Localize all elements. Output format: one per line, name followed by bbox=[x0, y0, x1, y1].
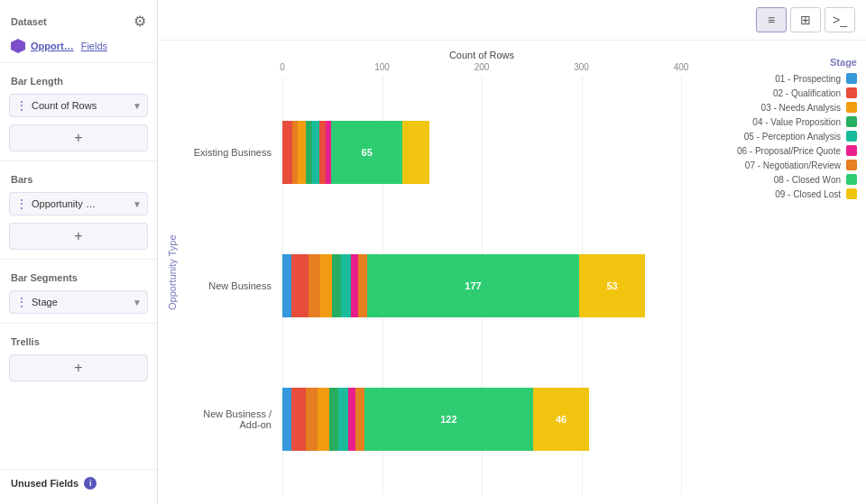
legend-panel: Stage 01 - Prospecting02 - Qualification… bbox=[690, 50, 866, 495]
bars-field-label: Opportunity … bbox=[32, 198, 129, 209]
legend-item-7: 08 - Closed Won bbox=[699, 174, 857, 185]
legend-swatch-6 bbox=[846, 160, 857, 170]
add-bars-button[interactable]: + bbox=[9, 223, 148, 250]
legend-label-2: 03 - Needs Analysis bbox=[761, 103, 841, 113]
legend-label-6: 07 - Negotiation/Review bbox=[745, 160, 841, 170]
legend-item-8: 09 - Closed Lost bbox=[699, 188, 857, 199]
divider-3 bbox=[0, 259, 157, 260]
bar-row-0: Existing Business65 bbox=[183, 110, 681, 196]
bars-section: Count of Rows 0100200300400 Existing Bus… bbox=[183, 50, 690, 495]
legend-swatch-1 bbox=[846, 87, 857, 98]
bar-segment-0-4 bbox=[312, 121, 320, 184]
x-tick-0: 0 bbox=[280, 62, 285, 72]
legend-label-8: 09 - Closed Lost bbox=[775, 189, 841, 199]
bar-segment-2-2 bbox=[306, 388, 318, 451]
list-icon: ≡ bbox=[768, 13, 775, 27]
legend-item-2: 03 - Needs Analysis bbox=[699, 102, 857, 113]
legend-label-4: 05 - Perception Analysis bbox=[744, 132, 841, 142]
bar-segment-0-2 bbox=[298, 121, 306, 184]
sidebar: Dataset ⚙ Opport… Fields Bar Length ⋮ Co… bbox=[0, 0, 158, 504]
chevron-down-icon-bars: ▼ bbox=[133, 199, 142, 209]
legend-item-1: 02 - Qualification bbox=[699, 87, 857, 98]
legend-swatch-7 bbox=[846, 174, 857, 185]
bar-segment-label-2-8: 122 bbox=[440, 414, 456, 425]
list-view-button[interactable]: ≡ bbox=[756, 7, 787, 32]
legend-label-1: 02 - Qualification bbox=[773, 88, 841, 98]
bar-length-pill[interactable]: ⋮ Count of Rows ▼ bbox=[9, 94, 148, 117]
bar-segment-1-1 bbox=[291, 254, 308, 317]
legend-label-7: 08 - Closed Won bbox=[774, 175, 841, 185]
stacked-bar-1: 17753 bbox=[282, 254, 645, 317]
legend-swatch-2 bbox=[846, 102, 857, 113]
divider-4 bbox=[0, 323, 157, 324]
bar-segment-label-0-7: 65 bbox=[362, 147, 373, 158]
legend-item-4: 05 - Perception Analysis bbox=[699, 131, 857, 142]
bars-container: Existing Business65New Business17753New … bbox=[183, 77, 690, 495]
x-axis-title: Count of Rows bbox=[282, 50, 681, 60]
info-icon[interactable]: i bbox=[84, 477, 97, 490]
bar-segment-2-8: 122 bbox=[364, 388, 533, 451]
bar-length-field-label: Count of Rows bbox=[32, 100, 129, 111]
stacked-bar-2: 12246 bbox=[282, 388, 589, 451]
dots-icon-bar-length: ⋮ bbox=[15, 98, 28, 113]
x-tick-400: 400 bbox=[674, 62, 689, 72]
chart-area: Opportunity Type Count of Rows 010020030… bbox=[158, 41, 866, 504]
legend-title: Stage bbox=[699, 57, 857, 68]
legend-swatch-5 bbox=[846, 145, 857, 156]
bar-segment-2-6 bbox=[348, 388, 355, 451]
bar-segment-1-9: 53 bbox=[579, 254, 645, 317]
bar-segment-2-1 bbox=[291, 388, 306, 451]
legend-item-5: 06 - Proposal/Price Quote bbox=[699, 145, 857, 156]
bar-track-1: 17753 bbox=[282, 254, 681, 317]
y-axis-label: Opportunity Type bbox=[161, 50, 183, 495]
x-axis-ticks: 0100200300400 bbox=[282, 62, 681, 77]
chevron-down-icon-segments: ▼ bbox=[133, 298, 142, 307]
code-icon: >_ bbox=[833, 13, 847, 27]
bar-segment-1-0 bbox=[282, 254, 291, 317]
dataset-name[interactable]: Opport… bbox=[31, 41, 74, 51]
add-trellis-button[interactable]: + bbox=[9, 354, 148, 381]
bar-segment-1-6 bbox=[351, 254, 358, 317]
bar-segment-2-0 bbox=[282, 388, 291, 451]
dataset-fields-link[interactable]: Fields bbox=[81, 41, 107, 51]
x-tick-200: 200 bbox=[474, 62, 490, 72]
bar-segment-1-7 bbox=[358, 254, 367, 317]
bar-segment-2-4 bbox=[329, 388, 338, 451]
grid-view-button[interactable]: ⊞ bbox=[790, 7, 821, 32]
divider-1 bbox=[0, 62, 157, 63]
bar-segment-label-1-8: 177 bbox=[465, 280, 481, 291]
bar-segments-field-label: Stage bbox=[32, 297, 129, 307]
bars-pill[interactable]: ⋮ Opportunity … ▼ bbox=[9, 192, 148, 215]
bar-segment-0-0 bbox=[282, 121, 292, 184]
code-view-button[interactable]: >_ bbox=[825, 7, 855, 32]
add-bar-length-button[interactable]: + bbox=[9, 124, 148, 151]
bar-segments-pill[interactable]: ⋮ Stage ▼ bbox=[9, 290, 148, 314]
bar-segment-1-8: 177 bbox=[367, 254, 579, 317]
bar-track-2: 12246 bbox=[282, 388, 681, 451]
gear-icon[interactable]: ⚙ bbox=[134, 13, 146, 30]
legend-item-6: 07 - Negotiation/Review bbox=[699, 160, 857, 170]
bar-segment-2-7 bbox=[355, 388, 364, 451]
x-axis-top: Count of Rows 0100200300400 bbox=[183, 50, 690, 77]
legend-swatch-4 bbox=[846, 131, 857, 142]
dataset-row: Opport… Fields bbox=[0, 35, 157, 57]
bar-segment-0-7: 65 bbox=[331, 121, 401, 184]
chevron-down-icon-bar-length: ▼ bbox=[133, 101, 142, 111]
legend-label-3: 04 - Value Proposition bbox=[752, 117, 841, 127]
bar-row-label-2: New Business / Add-on bbox=[183, 408, 282, 430]
legend-swatch-3 bbox=[846, 116, 857, 127]
legend-label-0: 01 - Prospecting bbox=[775, 74, 841, 84]
bar-segment-2-3 bbox=[318, 388, 329, 451]
x-tick-100: 100 bbox=[374, 62, 390, 72]
stacked-bar-0: 65 bbox=[282, 121, 430, 184]
bar-segment-2-9: 46 bbox=[533, 388, 589, 451]
bar-row-label-0: Existing Business bbox=[183, 147, 282, 158]
unused-fields-label: Unused Fields bbox=[11, 478, 78, 489]
bar-row-2: New Business / Add-on12246 bbox=[183, 377, 681, 463]
chart-with-yaxis: Count of Rows 0100200300400 Existing Bus… bbox=[183, 50, 866, 495]
bars-label: Bars bbox=[0, 167, 157, 188]
legend-item-0: 01 - Prospecting bbox=[699, 73, 857, 84]
bar-segment-1-5 bbox=[341, 254, 350, 317]
bar-segment-2-5 bbox=[338, 388, 347, 451]
main-content: ≡ ⊞ >_ Opportunity Type Count of Rows 01… bbox=[158, 0, 866, 504]
